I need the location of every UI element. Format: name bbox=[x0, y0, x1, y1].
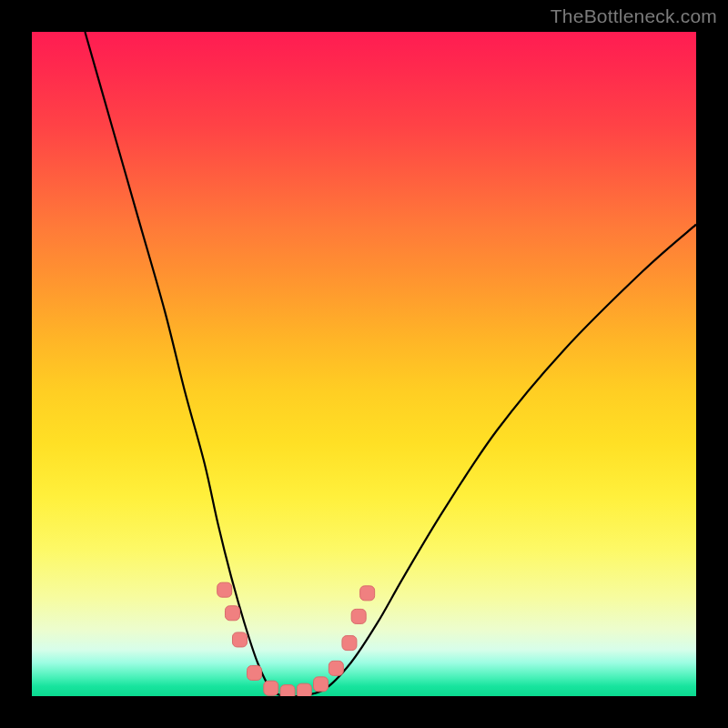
data-marker bbox=[360, 586, 375, 601]
data-marker bbox=[225, 606, 239, 621]
data-marker bbox=[342, 636, 357, 651]
data-marker bbox=[232, 632, 247, 647]
plot-area bbox=[32, 32, 696, 696]
data-marker bbox=[329, 661, 343, 675]
marker-group bbox=[217, 582, 375, 696]
data-marker bbox=[351, 609, 366, 623]
curve-layer bbox=[32, 32, 696, 696]
data-marker bbox=[248, 665, 262, 680]
data-marker bbox=[314, 677, 329, 692]
watermark-text: TheBottleneck.com bbox=[551, 5, 717, 27]
data-marker bbox=[217, 582, 232, 597]
bottleneck-curve bbox=[85, 32, 696, 696]
data-marker bbox=[297, 683, 311, 696]
data-marker bbox=[264, 681, 278, 695]
chart-frame: TheBottleneck.com bbox=[0, 0, 728, 728]
data-marker bbox=[280, 685, 295, 696]
